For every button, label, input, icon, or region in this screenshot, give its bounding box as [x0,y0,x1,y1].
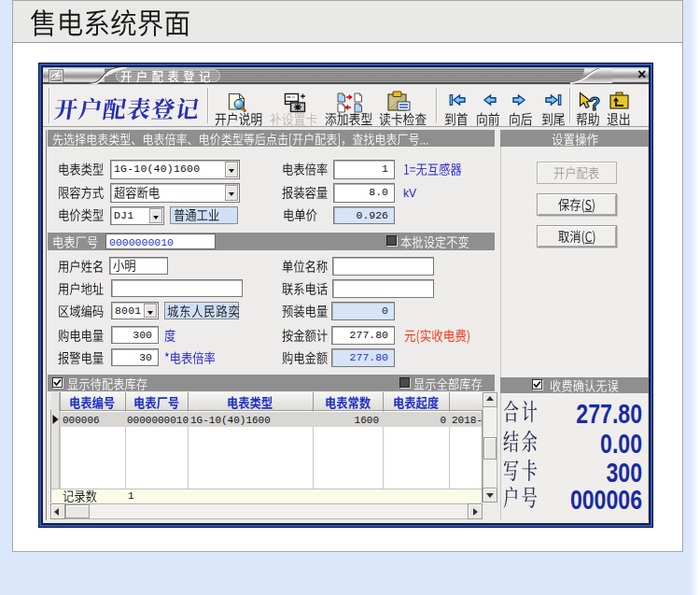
svg-text:?: ? [589,93,600,114]
